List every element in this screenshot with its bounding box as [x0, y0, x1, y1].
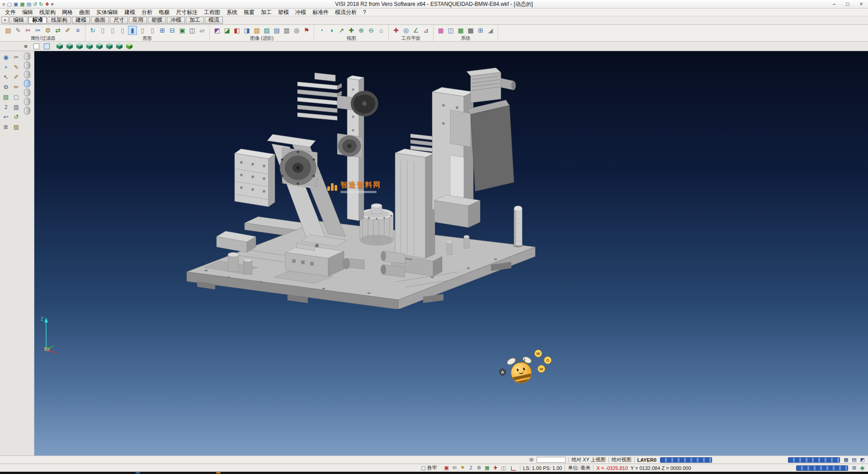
toolbar-icon[interactable]: ⚙ — [43, 26, 52, 35]
toolbar-icon[interactable]: ⌂ — [377, 26, 386, 35]
status-corner-icon[interactable]: ⊞ — [850, 465, 858, 471]
toolbar-icon[interactable]: ◔ — [317, 26, 326, 35]
toolbar-icon[interactable]: ▯ — [108, 26, 117, 35]
toolbar-icon[interactable]: ◧ — [232, 26, 241, 35]
toolbar-icon[interactable]: ▦ — [456, 26, 465, 35]
status-tool-icon[interactable]: ◫ — [500, 465, 507, 471]
toolbar-icon[interactable]: ◎ — [401, 26, 410, 35]
view-menu-button[interactable]: ≡ — [22, 43, 30, 50]
ribbon-tab[interactable]: 应用 — [129, 17, 147, 24]
view-cube-icon[interactable] — [66, 43, 74, 50]
quick-access-icon[interactable]: ▣ — [14, 2, 18, 7]
ribbon-tab[interactable]: 线架构 — [47, 17, 71, 24]
snap-lock-label[interactable]: 拴牢 — [427, 465, 437, 471]
status-tool-icon[interactable]: ▦ — [483, 465, 491, 471]
status-tool-icon[interactable]: ⚙ — [475, 465, 483, 471]
toolbar-icon[interactable]: ▤ — [4, 26, 13, 35]
snap-lock-icon[interactable]: ▢ — [420, 465, 427, 471]
ribbon-tab[interactable]: 塑膜 — [148, 17, 166, 24]
layout-grid-icon[interactable]: ⊞ — [528, 456, 535, 463]
toolbar-icon[interactable]: ▯ — [118, 26, 127, 35]
left-tool-icon[interactable]: ✎ — [12, 62, 21, 71]
toolbar-icon[interactable]: ⊕ — [357, 26, 366, 35]
menu-item[interactable]: 模流分析 — [332, 9, 360, 16]
toolbar-icon[interactable]: ✐ — [63, 26, 72, 35]
status-tool-icon[interactable]: ⚑ — [459, 465, 467, 471]
menu-item[interactable]: 分析 — [138, 9, 156, 16]
toolbar-icon[interactable]: ⊖ — [367, 26, 376, 35]
menu-item[interactable]: 冲模 — [292, 9, 309, 16]
toolbar-icon[interactable]: ⊞ — [158, 26, 167, 35]
toolbar-icon[interactable]: ✂ — [24, 26, 33, 35]
toolbar-icon[interactable]: ⊟ — [168, 26, 177, 35]
status-corner-icon[interactable]: ▤ — [850, 456, 858, 463]
left-tool-icon[interactable]: ▥ — [12, 102, 21, 111]
quick-access-icon[interactable]: ↺ — [33, 2, 37, 7]
taskbar-app-icon[interactable] — [216, 472, 221, 474]
toolbar-icon[interactable]: ◩ — [212, 26, 222, 35]
status-tool-icon[interactable]: ▣ — [443, 465, 450, 471]
menu-item[interactable]: 曲面 — [76, 9, 93, 16]
toolbar-icon[interactable]: ∠ — [411, 26, 420, 35]
toolbar-icon[interactable]: ▱ — [198, 26, 207, 35]
viewport-3d[interactable]: 智造资料网 Z A — [34, 51, 868, 455]
menu-item[interactable]: 编辑 — [19, 9, 36, 16]
capsule-tool[interactable] — [24, 52, 30, 60]
capsule-tool[interactable] — [24, 62, 30, 69]
ribbon-tab[interactable]: 标准 — [28, 17, 47, 24]
status-tool-icon[interactable]: ✚ — [491, 465, 499, 471]
capsule-tool[interactable] — [24, 80, 30, 87]
menu-item[interactable]: 系统 — [223, 9, 241, 16]
toolbar-icon[interactable]: ▯ — [148, 26, 157, 35]
menu-item[interactable]: 电极 — [156, 9, 173, 16]
view-cube-icon[interactable] — [105, 43, 113, 50]
toolbar-icon[interactable]: ▣ — [178, 26, 187, 35]
toolbar-icon[interactable]: ▧ — [252, 26, 261, 35]
left-tool-icon[interactable]: ◉ — [1, 52, 10, 62]
left-tool-icon[interactable]: ↖ — [1, 72, 10, 81]
status-search-input[interactable] — [537, 457, 566, 463]
quick-access-icon[interactable]: ▢ — [7, 2, 11, 7]
maximize-button[interactable]: □ — [841, 0, 854, 8]
status-corner-icon[interactable]: ▦ — [842, 456, 850, 463]
toolbar-icon[interactable]: ◫ — [446, 26, 455, 35]
toolbar-icon[interactable]: ✂ — [33, 26, 42, 35]
menu-item[interactable]: 建模 — [121, 9, 138, 16]
color-strip[interactable] — [660, 457, 712, 463]
toolbar-icon[interactable]: ◑ — [327, 26, 336, 35]
toolbar-icon[interactable]: ▨ — [262, 26, 271, 35]
left-tool-icon[interactable]: ▨ — [12, 122, 21, 131]
left-tool-icon[interactable]: ▢ — [12, 92, 21, 101]
quick-access-icon[interactable]: ↻ — [39, 2, 43, 7]
left-tool-icon[interactable]: ≣ — [1, 122, 10, 131]
toolbar-icon[interactable]: ⚑ — [302, 26, 311, 35]
capsule-tool[interactable] — [24, 71, 30, 78]
left-tool-icon[interactable]: 2 — [1, 102, 10, 111]
toolbar-icon[interactable]: ◪ — [222, 26, 231, 35]
ribbon-tab[interactable]: 建模 — [72, 17, 90, 24]
ribbon-tab[interactable]: 加工 — [186, 17, 204, 24]
quick-access-icon[interactable]: ≡ — [2, 2, 5, 7]
menu-item[interactable]: 标准件 — [309, 9, 332, 16]
menu-item[interactable]: 网格 — [59, 9, 76, 16]
toolbar-icon[interactable]: ◨ — [242, 26, 251, 35]
menu-item[interactable]: 实体编辑 — [93, 9, 121, 16]
toolbar-icon[interactable]: ⊞ — [476, 26, 485, 35]
view-cube-icon[interactable] — [75, 43, 84, 50]
toolbar-icon[interactable]: ↗ — [337, 26, 346, 35]
quick-access-icon[interactable]: ▤ — [27, 2, 31, 7]
left-tool-icon[interactable]: ⚙ — [1, 82, 10, 91]
capsule-tool[interactable] — [24, 98, 30, 105]
toolbar-icon[interactable]: ⊿ — [421, 26, 430, 35]
menu-item[interactable]: 塑模 — [275, 9, 292, 16]
view-cube-icon[interactable] — [95, 43, 104, 50]
status-corner-icon[interactable]: ◩ — [859, 456, 866, 463]
menu-item[interactable]: 视窗 — [241, 9, 258, 16]
toolbar-icon[interactable]: ✚ — [347, 26, 356, 35]
left-tool-icon[interactable]: ↩ — [1, 112, 10, 121]
status-tool-icon[interactable]: ✉ — [451, 465, 458, 471]
color-strip-2[interactable] — [788, 457, 840, 463]
view-blank-button[interactable] — [32, 43, 40, 50]
toolbar-icon[interactable]: ◎ — [292, 26, 301, 35]
ribbon-tab[interactable]: 编辑 — [9, 17, 28, 24]
